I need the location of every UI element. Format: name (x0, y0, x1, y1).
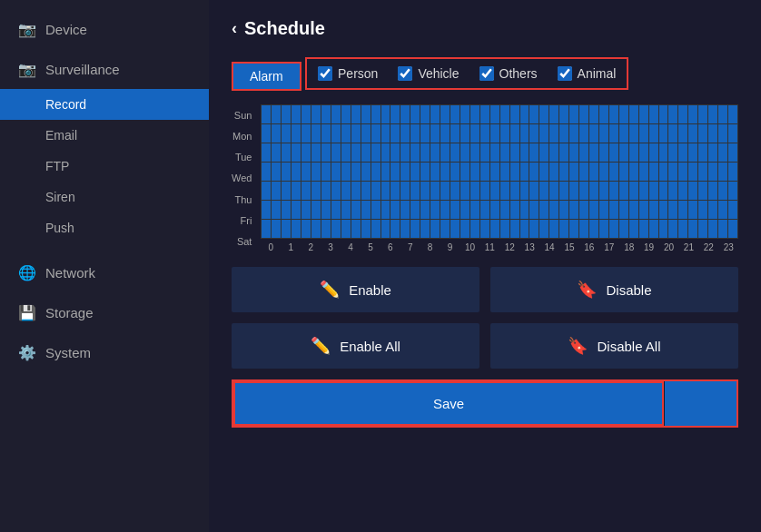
grid-cell[interactable] (698, 201, 707, 219)
grid-cell[interactable] (559, 124, 568, 143)
grid-cell[interactable] (480, 182, 489, 200)
grid-cell[interactable] (569, 143, 578, 162)
grid-cell[interactable] (619, 163, 628, 181)
grid-cell[interactable] (311, 201, 321, 219)
grid-cell[interactable] (282, 182, 291, 200)
grid-cell[interactable] (400, 220, 410, 238)
grid-cell[interactable] (619, 105, 628, 123)
grid-cell[interactable] (649, 105, 658, 123)
grid-cell[interactable] (718, 163, 727, 181)
grid-cell[interactable] (361, 143, 371, 162)
grid-cell[interactable] (599, 124, 608, 143)
grid-cell[interactable] (579, 182, 588, 200)
grid-cell[interactable] (470, 124, 479, 143)
grid-cell[interactable] (292, 220, 301, 238)
grid-cell[interactable] (529, 201, 539, 219)
grid-cell[interactable] (629, 220, 638, 238)
grid-cell[interactable] (272, 182, 281, 200)
grid-cell[interactable] (659, 182, 668, 200)
sidebar-item-surveillance[interactable]: 📷 Surveillance (0, 49, 209, 89)
grid-cell[interactable] (400, 105, 410, 123)
grid-cell[interactable] (629, 143, 638, 162)
grid-cell[interactable] (569, 220, 578, 238)
grid-cell[interactable] (510, 143, 519, 162)
grid-cell[interactable] (688, 163, 697, 181)
grid-cell[interactable] (331, 182, 341, 200)
grid-cell[interactable] (708, 143, 717, 162)
grid-cell[interactable] (609, 201, 618, 219)
grid-cell[interactable] (361, 201, 371, 219)
grid-cell[interactable] (440, 163, 450, 181)
grid-cell[interactable] (311, 163, 321, 181)
schedule-grid[interactable] (261, 104, 738, 239)
grid-cell[interactable] (698, 220, 707, 238)
grid-cell[interactable] (510, 201, 519, 219)
grid-cell[interactable] (410, 201, 420, 219)
grid-cell[interactable] (470, 143, 479, 162)
grid-cell[interactable] (371, 105, 380, 123)
grid-cell[interactable] (371, 220, 380, 238)
grid-cell[interactable] (262, 163, 271, 181)
grid-cell[interactable] (609, 105, 618, 123)
disable-button[interactable]: 🔖 Disable (490, 267, 738, 312)
grid-cell[interactable] (331, 163, 341, 181)
grid-cell[interactable] (678, 105, 687, 123)
grid-cell[interactable] (529, 105, 539, 123)
grid-cell[interactable] (728, 182, 737, 200)
grid-cell[interactable] (490, 163, 499, 181)
grid-cell[interactable] (708, 124, 717, 143)
grid-cell[interactable] (301, 163, 311, 181)
grid-cell[interactable] (460, 220, 469, 238)
save-right-button[interactable] (664, 381, 736, 426)
grid-cell[interactable] (440, 143, 450, 162)
grid-cell[interactable] (321, 124, 331, 143)
grid-cell[interactable] (292, 182, 301, 200)
grid-cell[interactable] (410, 163, 420, 181)
grid-cell[interactable] (520, 124, 529, 143)
others-checkbox-item[interactable]: Others (479, 66, 538, 81)
grid-cell[interactable] (490, 124, 499, 143)
grid-cell[interactable] (420, 182, 430, 200)
grid-cell[interactable] (520, 201, 529, 219)
grid-cell[interactable] (450, 143, 460, 162)
grid-cell[interactable] (420, 163, 430, 181)
grid-cell[interactable] (272, 105, 281, 123)
sidebar-item-system[interactable]: ⚙️ System (0, 332, 209, 372)
grid-cell[interactable] (520, 143, 529, 162)
grid-cell[interactable] (728, 201, 737, 219)
grid-cell[interactable] (400, 182, 410, 200)
grid-cell[interactable] (589, 105, 598, 123)
grid-cell[interactable] (510, 124, 519, 143)
grid-cell[interactable] (718, 124, 727, 143)
grid-cell[interactable] (351, 105, 361, 123)
grid-cell[interactable] (500, 201, 509, 219)
grid-cell[interactable] (579, 163, 588, 181)
grid-cell[interactable] (599, 163, 608, 181)
grid-cell[interactable] (668, 182, 677, 200)
grid-cell[interactable] (480, 143, 489, 162)
grid-cell[interactable] (361, 220, 371, 238)
grid-cell[interactable] (480, 105, 489, 123)
grid-cell[interactable] (609, 143, 618, 162)
grid-cell[interactable] (629, 163, 638, 181)
grid-cell[interactable] (708, 163, 717, 181)
grid-cell[interactable] (390, 163, 400, 181)
grid-cell[interactable] (390, 105, 400, 123)
grid-cell[interactable] (341, 163, 351, 181)
grid-cell[interactable] (262, 105, 271, 123)
grid-cell[interactable] (619, 182, 628, 200)
grid-cell[interactable] (559, 201, 568, 219)
grid-cell[interactable] (282, 124, 291, 143)
grid-cell[interactable] (629, 182, 638, 200)
enable-button[interactable]: ✏️ Enable (232, 267, 479, 312)
grid-cell[interactable] (430, 105, 440, 123)
grid-cell[interactable] (500, 220, 509, 238)
grid-cell[interactable] (420, 105, 430, 123)
grid-cell[interactable] (678, 182, 687, 200)
grid-cell[interactable] (371, 143, 380, 162)
grid-cell[interactable] (529, 143, 539, 162)
grid-cell[interactable] (639, 163, 648, 181)
grid-cell[interactable] (668, 201, 677, 219)
grid-cell[interactable] (262, 201, 271, 219)
vehicle-checkbox[interactable] (398, 66, 412, 81)
